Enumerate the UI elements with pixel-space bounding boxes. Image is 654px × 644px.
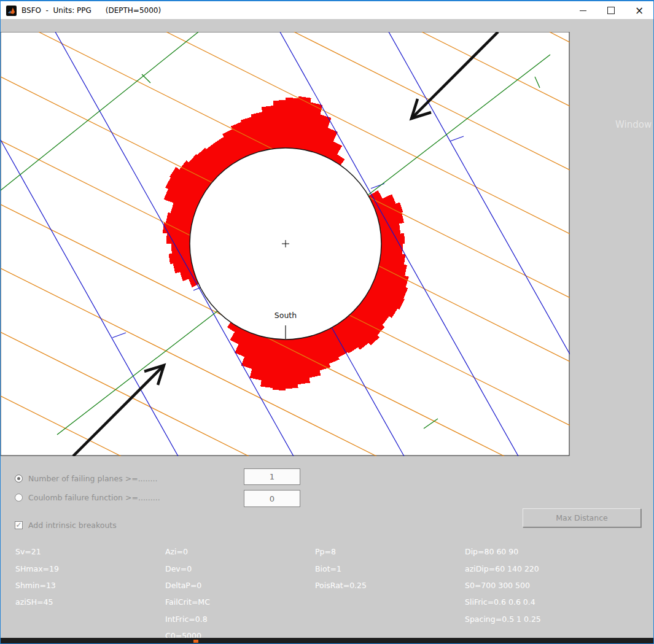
taskbar-strip (1, 638, 653, 643)
app-window: BSFO - Units: PPG (DEPTH=5000) × South W… (0, 0, 654, 644)
failing-planes-input[interactable] (244, 468, 300, 485)
parameter-value: Spacing=0.5 1 0.25 (465, 611, 541, 627)
parameter-value: S0=700 300 500 (465, 577, 541, 594)
parameter-value: SliFric=0.6 0.6 0.4 (465, 594, 541, 610)
parameter-value: PoisRat=0.25 (315, 577, 367, 594)
parameter-column-2: Azi=0Dev=0DeltaP=0FailCrit=MCIntFric=0.8… (165, 543, 210, 644)
minimize-icon (580, 10, 586, 11)
matlab-icon (6, 6, 17, 16)
radio-row-coulomb: Coulomb failure function >=......... (15, 492, 160, 502)
breakout-plot: South (1, 32, 570, 456)
south-label: South (274, 311, 297, 320)
add-intrinsic-breakouts-label: Add intrinsic breakouts (28, 521, 117, 530)
parameter-value: Shmin=13 (15, 577, 59, 594)
parameter-value: DeltaP=0 (165, 577, 210, 594)
parameter-value: Dev=0 (165, 560, 210, 576)
parameter-value: Pp=8 (315, 543, 367, 560)
radio-failing-planes-label: Number of failing planes >=........ (28, 474, 157, 483)
parameter-column-3: Pp=8Biot=1PoisRat=0.25 (315, 543, 367, 594)
radio-row-failing-planes: Number of failing planes >=........ (15, 473, 157, 483)
window-controls: × (569, 1, 653, 20)
figure-canvas: South Window S Number of failing planes … (1, 19, 653, 638)
parameter-value: IntFric=0.8 (165, 611, 210, 627)
parameter-value: aziDip=60 140 220 (465, 560, 541, 576)
parameter-column-4: Dip=80 60 90aziDip=60 140 220S0=700 300 … (465, 543, 541, 627)
radio-failing-planes[interactable] (15, 475, 23, 483)
parameter-value: Dip=80 60 90 (465, 543, 541, 560)
checkbox-row-intrinsic: ✓ Add intrinsic breakouts (15, 521, 117, 530)
max-distance-button[interactable]: Max Distance (523, 508, 641, 527)
window-title: BSFO - Units: PPG (DEPTH=5000) (21, 6, 161, 15)
radio-coulomb-failure[interactable] (15, 494, 23, 502)
parameter-value: Biot=1 (315, 560, 367, 576)
parameter-column-1: Sv=21SHmax=19Shmin=13aziSH=45 (15, 543, 59, 611)
title-bar: BSFO - Units: PPG (DEPTH=5000) × (1, 1, 653, 20)
parameter-value: FailCrit=MC (165, 594, 210, 610)
parameter-value: Sv=21 (15, 543, 59, 560)
minimize-button[interactable] (569, 1, 597, 20)
coulomb-failure-input[interactable] (244, 490, 300, 507)
maximize-button[interactable] (597, 1, 625, 20)
parameter-value: SHmax=19 (15, 560, 59, 576)
windows-watermark: Window S (615, 119, 654, 133)
taskbar-app-icon (193, 640, 198, 643)
close-icon: × (635, 6, 644, 16)
parameter-value: Azi=0 (165, 543, 210, 560)
parameter-value: aziSH=45 (15, 594, 59, 610)
add-intrinsic-breakouts-checkbox[interactable]: ✓ (15, 521, 23, 529)
maximize-icon (607, 7, 615, 14)
close-button[interactable]: × (625, 1, 653, 20)
radio-coulomb-failure-label: Coulomb failure function >=......... (28, 493, 160, 502)
